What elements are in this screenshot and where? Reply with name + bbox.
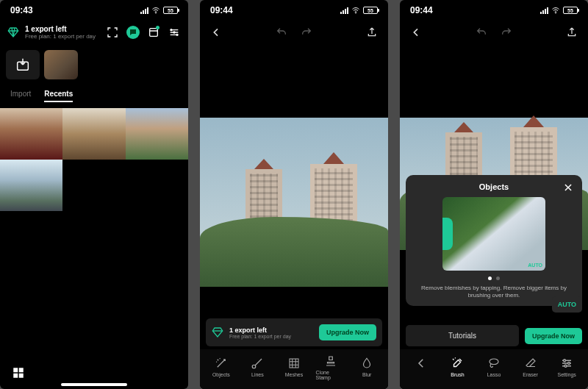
slider-handle-icon[interactable] <box>442 218 453 250</box>
svg-point-2 <box>171 29 172 31</box>
export-count: 1 export left <box>229 326 313 334</box>
auto-button[interactable]: AUTO <box>552 296 582 313</box>
svg-rect-9 <box>19 374 24 378</box>
wifi-icon <box>351 6 360 15</box>
screen-objects-modal: 09:44 55 Objects AUTO <box>400 0 588 389</box>
close-icon[interactable] <box>563 182 573 193</box>
svg-point-0 <box>156 13 157 13</box>
clock: 09:43 <box>10 5 33 15</box>
status-bar: 09:44 55 <box>400 0 588 21</box>
diamond-icon <box>7 26 19 38</box>
battery-icon: 55 <box>563 7 578 14</box>
tool-brush[interactable]: Brush <box>442 357 472 377</box>
diamond-icon <box>212 326 223 338</box>
modal-title: Objects <box>479 182 509 191</box>
home-indicator[interactable] <box>61 383 127 386</box>
grid-item[interactable] <box>0 160 62 211</box>
tool-lines[interactable]: Lines <box>243 357 272 377</box>
svg-point-15 <box>564 360 566 362</box>
editor-nav <box>400 21 588 44</box>
tab-recents[interactable]: Recents <box>44 90 73 102</box>
menu-icon[interactable] <box>168 26 181 39</box>
tool-toolbar: Objects Lines Meshes Clone Stamp Blur <box>200 349 388 389</box>
wifi-icon <box>551 6 560 15</box>
undo-icon[interactable] <box>276 26 287 38</box>
status-bar: 09:43 55 <box>0 0 188 21</box>
plan-note: Free plan: 1 export per day <box>25 33 100 40</box>
upgrade-banner: 1 export left Free plan: 1 export per da… <box>206 318 382 346</box>
svg-point-13 <box>556 13 556 13</box>
chat-icon[interactable] <box>126 26 140 39</box>
upgrade-button[interactable]: Upgrade Now <box>525 328 582 344</box>
tool-eraser[interactable]: Eraser <box>516 357 545 377</box>
svg-rect-7 <box>19 368 24 372</box>
tutorials-button[interactable]: Tutorials <box>406 325 519 346</box>
export-count: 1 export left <box>25 25 100 33</box>
tutorials-icon[interactable] <box>147 26 160 39</box>
svg-point-16 <box>568 363 570 365</box>
stamp-icon <box>324 354 337 368</box>
back-icon[interactable] <box>210 26 222 38</box>
tool-back[interactable] <box>406 357 436 377</box>
drop-icon <box>360 357 373 370</box>
mesh-icon <box>287 357 301 370</box>
upgrade-button[interactable]: Upgrade Now <box>319 324 376 340</box>
clock: 09:44 <box>410 5 433 15</box>
eraser-icon <box>524 357 537 370</box>
clock: 09:44 <box>210 5 233 15</box>
grid-item[interactable] <box>0 108 62 160</box>
signal-icon <box>540 7 548 14</box>
objects-modal: Objects AUTO Remove blemishes by tapping… <box>406 175 582 306</box>
svg-point-10 <box>356 13 356 13</box>
import-button[interactable] <box>6 50 40 79</box>
source-tabs: Import Recents <box>0 87 188 108</box>
tool-objects[interactable]: Objects <box>207 357 236 377</box>
tool-lasso[interactable]: Lasso <box>479 357 509 377</box>
import-tiles <box>0 44 188 87</box>
redo-icon[interactable] <box>501 26 512 38</box>
svg-rect-6 <box>13 368 18 372</box>
arrow-left-icon <box>415 357 428 370</box>
svg-point-3 <box>173 32 175 33</box>
grid-item[interactable] <box>62 108 125 160</box>
tool-toolbar: Brush Lasso Eraser Settings <box>400 349 588 389</box>
redo-icon[interactable] <box>301 26 312 38</box>
svg-rect-1 <box>150 29 158 37</box>
layout-icon[interactable] <box>12 366 25 379</box>
lines-icon <box>251 357 264 370</box>
undo-icon[interactable] <box>476 26 487 38</box>
tool-meshes[interactable]: Meshes <box>279 357 309 377</box>
screen-editor: 09:44 55 1 export left Free plan: 1 expo… <box>200 0 388 389</box>
fullscreen-icon[interactable] <box>106 26 119 39</box>
tool-settings[interactable]: Settings <box>552 357 581 377</box>
tool-blur[interactable]: Blur <box>352 357 381 377</box>
share-icon[interactable] <box>366 26 378 38</box>
wifi-icon <box>151 6 160 15</box>
screen-import: 09:43 55 1 export left Free plan: 1 expo… <box>0 0 188 389</box>
recent-thumb[interactable] <box>44 50 78 79</box>
auto-tag: AUTO <box>528 263 542 268</box>
wand-icon <box>215 357 228 370</box>
photo[interactable] <box>200 118 388 287</box>
sliders-icon <box>560 357 573 370</box>
signal-icon <box>140 7 148 14</box>
svg-rect-8 <box>13 374 18 378</box>
back-icon[interactable] <box>410 26 422 38</box>
tool-clone[interactable]: Clone Stamp <box>316 354 345 380</box>
status-bar: 09:44 55 <box>200 0 388 21</box>
page-dots[interactable] <box>413 276 575 280</box>
brush-icon <box>451 357 464 370</box>
signal-icon <box>340 7 348 14</box>
plan-note: Free plan: 1 export per day <box>229 334 313 339</box>
battery-icon: 55 <box>163 7 178 14</box>
tab-import[interactable]: Import <box>10 90 31 102</box>
header: 1 export left Free plan: 1 export per da… <box>0 21 188 44</box>
share-icon[interactable] <box>566 26 578 38</box>
recents-grid <box>0 108 188 211</box>
svg-point-4 <box>176 34 178 35</box>
modal-preview[interactable]: AUTO <box>442 197 545 271</box>
grid-item[interactable] <box>126 108 188 160</box>
battery-icon: 55 <box>363 7 378 14</box>
svg-point-17 <box>564 365 567 367</box>
modal-description: Remove blemishes by tapping. Remove bigg… <box>413 285 575 300</box>
